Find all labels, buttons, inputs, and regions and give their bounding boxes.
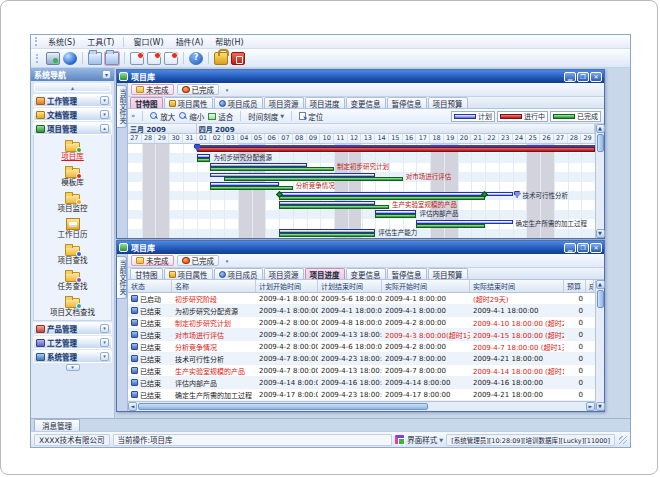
column-header-6[interactable]: 预算 <box>564 280 586 292</box>
sidebar-group-3[interactable]: 产品管理▾ <box>33 322 112 335</box>
chevron-down-icon[interactable]: ▾ <box>100 338 109 347</box>
tab-4[interactable]: 项目进度 <box>305 268 345 279</box>
folder-open-icon[interactable] <box>105 52 119 65</box>
table-row-2[interactable]: 已结束制定初步研究计划2009-4-2 8:00:002009-4-8 18:0… <box>128 317 595 329</box>
chevron-down-icon[interactable]: ▾ <box>100 110 109 119</box>
table-vertical-scrollbar[interactable]: ▲ ▼ <box>595 280 604 411</box>
tab-0[interactable]: 甘特图 <box>130 268 163 279</box>
sidebar-overflow-button[interactable]: ▾ <box>66 364 80 371</box>
tab-0[interactable]: 甘特图 <box>130 97 163 108</box>
close-icon[interactable]: ✕ <box>590 243 602 253</box>
menu-item-4[interactable]: 帮助(H) <box>209 36 249 47</box>
menu-item-1[interactable]: 工具(T) <box>81 36 120 47</box>
incomplete-filter-button[interactable]: 未完成 <box>131 84 174 95</box>
column-header-5[interactable]: 实际结束时间 <box>470 280 564 292</box>
sidebar-item-0[interactable]: 项目库 <box>61 137 84 163</box>
table-row-0[interactable]: 已启动初步研究阶段2009-4-1 8:00:002009-5-6 18:00:… <box>128 293 595 305</box>
table-row-3[interactable]: 已结束对市场进行评估2009-4-2 8:00:002009-4-13 18:0… <box>128 329 595 341</box>
completed-filter-button[interactable]: 已完成 <box>177 255 220 266</box>
tab-2[interactable]: 项目成员 <box>214 268 263 279</box>
tab-5[interactable]: 变更信息 <box>346 97 386 108</box>
sidebar-group-1[interactable]: 文档管理▾ <box>33 108 112 121</box>
gantt-vertical-scrollbar[interactable]: ▲ ▼ <box>595 124 604 238</box>
scroll-down-icon[interactable]: ▼ <box>596 402 605 411</box>
current-folder-side-tab[interactable]: 当前文件夹 <box>117 256 127 299</box>
table-row-1[interactable]: 已结束为初步研究分配资源2009-4-1 8:00:002009-4-1 18:… <box>128 305 595 317</box>
tab-3[interactable]: 项目资源 <box>264 97 304 108</box>
menu-item-2[interactable]: 窗口(W) <box>127 36 169 47</box>
window-add-icon[interactable] <box>130 52 144 65</box>
menu-item-3[interactable]: 插件(A) <box>170 36 210 47</box>
filter-more-button[interactable]: ▾ <box>222 84 232 95</box>
scrollbar-thumb[interactable] <box>138 403 428 410</box>
system-monitor-icon[interactable] <box>46 52 60 65</box>
minimize-icon[interactable]: ▁ <box>564 243 576 253</box>
tab-1[interactable]: 项目属性 <box>164 97 213 108</box>
sidebar-group-2[interactable]: 项目管理▴ <box>33 122 112 135</box>
sidebar-group-4[interactable]: 工艺管理▾ <box>33 336 112 349</box>
sidebar-group-5[interactable]: 系统管理▾ <box>33 350 112 363</box>
interface-style-dropdown[interactable]: 界面样式 ▼ <box>407 434 443 445</box>
locate-button[interactable]: 定位 <box>299 111 323 122</box>
scroll-up-icon[interactable]: ▲ <box>596 280 605 289</box>
window-delete-icon[interactable] <box>164 52 178 65</box>
sidebar-collapse-button[interactable]: ▴ <box>34 83 111 92</box>
window-edit-icon[interactable] <box>147 52 161 65</box>
sidebar-item-3[interactable]: 工作日历 <box>58 215 88 241</box>
scroll-down-icon[interactable]: ▼ <box>596 229 605 238</box>
table-row-5[interactable]: 已结束技术可行性分析2009-4-7 8:00:002009-4-23 18:0… <box>128 353 595 365</box>
current-folder-side-tab[interactable]: 当前文件夹 <box>117 85 127 128</box>
lock-icon[interactable] <box>214 52 228 65</box>
tab-3[interactable]: 项目资源 <box>264 268 304 279</box>
tab-1[interactable]: 项目属性 <box>164 268 213 279</box>
folder-closed-icon[interactable] <box>88 52 102 65</box>
column-header-3[interactable]: 计划结束时间 <box>318 280 382 292</box>
sidebar-pin-icon[interactable]: ▾ <box>102 70 111 79</box>
globe-icon[interactable] <box>63 52 77 65</box>
column-header-0[interactable]: 状态 <box>128 280 172 292</box>
zoom-out-button[interactable]: 缩小 <box>179 111 204 122</box>
zoom-in-button[interactable]: 放大 <box>150 111 175 122</box>
table-row-4[interactable]: 已结束分析竞争情况2009-4-2 8:00:002009-4-6 18:00:… <box>128 341 595 353</box>
tab-6[interactable]: 暂停信息 <box>387 268 427 279</box>
minimize-icon[interactable]: ▁ <box>564 72 576 82</box>
scroll-left-icon[interactable]: ◄ <box>128 402 137 411</box>
chevron-down-icon[interactable]: ▾ <box>100 96 109 105</box>
sidebar-group-0[interactable]: 工作管理▾ <box>33 94 112 107</box>
tab-7[interactable]: 项目预算 <box>428 268 468 279</box>
column-header-1[interactable]: 名称 <box>172 280 256 292</box>
time-scale-dropdown[interactable]: 时间刻度▼ <box>248 111 284 122</box>
chevron-up-icon[interactable]: ▴ <box>100 124 109 133</box>
table-row-8[interactable]: 已结束确定生产所需的加工过程2009-4-17 8:00:002009-4-23… <box>128 389 595 401</box>
sidebar-item-1[interactable]: 模板库 <box>61 163 84 189</box>
tab-5[interactable]: 变更信息 <box>346 268 386 279</box>
gantt-chart[interactable]: 为初步研究分配资源制定初步研究计划对市场进行评估分析竞争情况技术可行性分析生产实… <box>128 144 595 238</box>
restore-icon[interactable]: ❐ <box>577 72 589 82</box>
tab-6[interactable]: 暂停信息 <box>387 97 427 108</box>
incomplete-filter-button[interactable]: 未完成 <box>131 255 174 266</box>
close-icon[interactable]: ✕ <box>590 72 602 82</box>
completed-filter-button[interactable]: 已完成 <box>177 84 220 95</box>
tab-4[interactable]: 项目进度 <box>305 97 345 108</box>
toolbar-overflow-icon[interactable]: » <box>131 112 135 120</box>
tab-2[interactable]: 项目成员 <box>214 97 263 108</box>
filter-more-button[interactable]: ▾ <box>222 255 232 266</box>
column-header-7[interactable]: 成 <box>586 280 594 292</box>
exit-icon[interactable] <box>231 52 245 65</box>
message-management-tab[interactable]: 消息管理 <box>34 419 80 431</box>
restore-icon[interactable]: ❐ <box>577 243 589 253</box>
tab-7[interactable]: 项目预算 <box>428 97 468 108</box>
menu-item-0[interactable]: 系统(S) <box>42 36 81 47</box>
sidebar-item-6[interactable]: 项目文档查找 <box>50 293 95 319</box>
sidebar-item-4[interactable]: 项目查找 <box>58 241 88 267</box>
fit-button[interactable]: 适合 <box>208 111 233 122</box>
column-header-4[interactable]: 实际开始时间 <box>382 280 470 292</box>
table-row-7[interactable]: 已结束评估内部产品2009-4-14 8:00:002009-4-16 18:0… <box>128 377 595 389</box>
resize-grip[interactable] <box>619 436 627 444</box>
scroll-up-icon[interactable]: ▲ <box>596 124 605 133</box>
chevron-down-icon[interactable]: ▾ <box>100 352 109 361</box>
table-horizontal-scrollbar[interactable]: ◄ ► <box>128 401 595 411</box>
help-icon[interactable] <box>189 52 203 65</box>
scrollbar-thumb[interactable] <box>597 290 604 308</box>
table-row-6[interactable]: 已结束生产实验室规模的产品2009-4-7 8:00:002009-4-13 1… <box>128 365 595 377</box>
